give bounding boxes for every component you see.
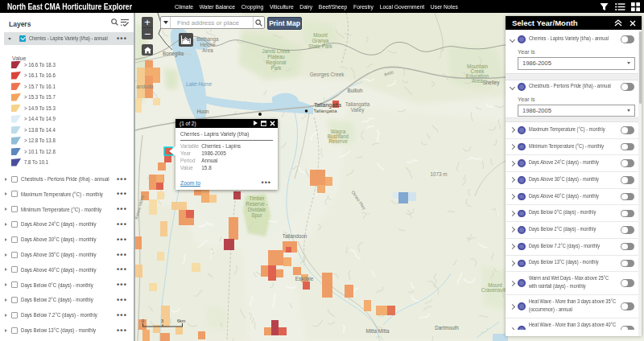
svg-text:Spur: Spur — [251, 212, 262, 219]
svg-text:Lake Hume: Lake Hume — [186, 81, 213, 87]
svg-text:Valley: Valley — [351, 107, 365, 113]
svg-text:Timber: Timber — [249, 195, 264, 201]
svg-text:Tallandoon: Tallandoon — [283, 233, 308, 239]
svg-text:Reserve: Reserve — [328, 138, 348, 144]
svg-text:Mitta Mitta: Mitta Mitta — [365, 328, 390, 334]
svg-text:Bonegilla: Bonegilla — [163, 51, 184, 57]
svg-text:Reserve -: Reserve - — [246, 201, 267, 207]
svg-text:State Park: State Park — [308, 43, 332, 49]
svg-text:Tallangatta: Tallangatta — [313, 109, 337, 113]
svg-text:Jarvis Creek: Jarvis Creek — [262, 48, 291, 54]
svg-text:Shelley: Shelley — [483, 80, 501, 86]
svg-text:Bullioh: Bullioh — [348, 88, 363, 93]
svg-text:Eskdale: Eskdale — [295, 276, 314, 281]
svg-text:Plateau: Plateau — [267, 54, 285, 60]
svg-text:Park: Park — [271, 65, 283, 71]
svg-text:Dartmouth: Dartmouth — [435, 325, 459, 331]
svg-text:Georges Creek: Georges Creek — [310, 72, 345, 78]
svg-text:Heicke: Heicke — [200, 42, 216, 47]
svg-text:Mount: Mount — [313, 32, 328, 38]
svg-text:Huon: Huon — [196, 109, 209, 114]
svg-text:0: 0 — [142, 318, 144, 323]
svg-text:3: 3 — [161, 318, 163, 323]
svg-text:Dividale: Dividale — [248, 207, 266, 212]
svg-text:anduda: anduda — [136, 84, 154, 89]
svg-text:Area: Area — [202, 47, 213, 53]
svg-text:Tallangatta: Tallangatta — [314, 102, 341, 109]
svg-text:6km: 6km — [177, 318, 186, 323]
svg-text:1073 m: 1073 m — [430, 171, 447, 177]
svg-text:Area: Area — [472, 78, 483, 84]
